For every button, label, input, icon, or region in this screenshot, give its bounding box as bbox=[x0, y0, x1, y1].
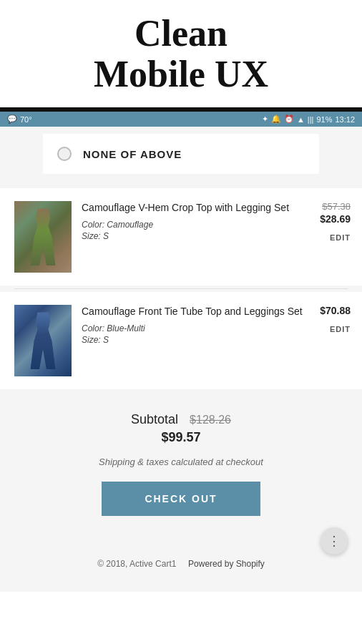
footer: © 2018, Active Cart1 Powered by Shopify … bbox=[0, 530, 362, 583]
summary-section: Subtotal $128.26 $99.57 Shipping & taxes… bbox=[0, 392, 362, 530]
app-title: CleanMobile UX bbox=[7, 13, 355, 94]
product-image-1 bbox=[14, 201, 72, 273]
status-left: 💬 70° bbox=[7, 114, 32, 124]
status-right: ✦ 🔔 ⏰ ▲ ||| 91% 13:12 bbox=[262, 114, 355, 124]
checkout-button[interactable]: CHECK OUT bbox=[102, 482, 260, 516]
header: CleanMobile UX bbox=[0, 0, 362, 107]
product-name-1: Camouflage V-Hem Crop Top with Legging S… bbox=[82, 201, 310, 215]
bluetooth-icon: ✦ bbox=[262, 114, 268, 124]
more-icon: ⋮ bbox=[328, 533, 341, 549]
product-info-2: Camouflage Front Tie Tube Top and Leggin… bbox=[82, 305, 310, 345]
subtotal-final: $99.57 bbox=[14, 430, 348, 445]
subtotal-row: Subtotal $128.26 bbox=[14, 412, 348, 427]
wifi-icon: ▲ bbox=[297, 115, 305, 124]
none-of-above-card[interactable]: NONE OF ABOVE bbox=[43, 134, 319, 174]
product-name-2: Camouflage Front Tie Tube Top and Leggin… bbox=[82, 305, 310, 319]
product-image-2 bbox=[14, 305, 72, 376]
product-info-1: Camouflage V-Hem Crop Top with Legging S… bbox=[82, 201, 310, 241]
card-separator bbox=[14, 288, 348, 289]
subtotal-original: $128.26 bbox=[190, 414, 231, 426]
powered-by-text: Powered by Shopify bbox=[188, 559, 265, 569]
product-edit-button-2[interactable]: EDIT bbox=[330, 325, 351, 333]
product-color-1: Color: Camouflage bbox=[82, 220, 310, 230]
shipping-note: Shipping & taxes calculated at checkout bbox=[14, 457, 348, 467]
alarm-icon: ⏰ bbox=[284, 114, 294, 124]
product-price-original-1: $57.38 bbox=[322, 201, 351, 212]
product-silhouette-1 bbox=[25, 208, 61, 265]
battery-level: 91% bbox=[316, 115, 332, 124]
product-price-2: $70.88 bbox=[320, 305, 351, 316]
product-price-sale-1: $28.69 bbox=[320, 213, 351, 225]
fab-button[interactable]: ⋮ bbox=[321, 527, 348, 555]
subtotal-label: Subtotal bbox=[131, 412, 178, 427]
product-price-col-1: $57.38 $28.69 EDIT bbox=[320, 201, 351, 242]
product-price-col-2: $70.88 EDIT bbox=[320, 305, 351, 333]
time-display: 13:12 bbox=[335, 115, 355, 124]
product-silhouette-2 bbox=[25, 312, 61, 369]
status-temp: 70° bbox=[20, 115, 32, 124]
none-of-above-label: NONE OF ABOVE bbox=[83, 148, 182, 160]
product-card-1: Camouflage V-Hem Crop Top with Legging S… bbox=[0, 188, 362, 286]
product-card-2: Camouflage Front Tie Tube Top and Leggin… bbox=[0, 292, 362, 389]
main-content: NONE OF ABOVE Camouflage V-Hem Crop Top … bbox=[0, 127, 362, 592]
product-color-2: Color: Blue-Multi bbox=[82, 323, 310, 333]
status-bar: 💬 70° ✦ 🔔 ⏰ ▲ ||| 91% 13:12 bbox=[0, 112, 362, 127]
product-edit-button-1[interactable]: EDIT bbox=[330, 233, 351, 242]
product-size-2: Size: S bbox=[82, 335, 310, 345]
footer-copyright: © 2018, Active Cart1 Powered by Shopify bbox=[14, 559, 348, 569]
chat-icon: 💬 bbox=[7, 114, 17, 124]
copyright-text: © 2018, Active Cart1 bbox=[97, 559, 176, 569]
signal-icon: ||| bbox=[308, 115, 314, 124]
product-size-1: Size: S bbox=[82, 231, 310, 241]
none-radio-button[interactable] bbox=[57, 147, 72, 161]
volume-icon: 🔔 bbox=[271, 114, 281, 124]
